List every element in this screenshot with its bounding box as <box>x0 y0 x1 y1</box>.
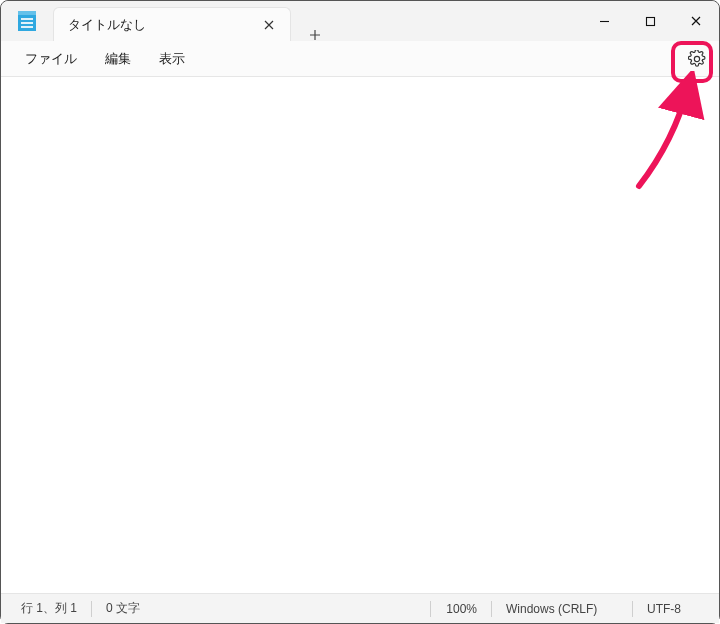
minimize-icon <box>599 16 610 27</box>
menu-edit[interactable]: 編集 <box>93 44 143 74</box>
window-controls <box>581 1 719 41</box>
text-editor[interactable] <box>1 77 719 593</box>
close-icon <box>690 15 702 27</box>
svg-rect-0 <box>646 17 654 25</box>
title-bar: タイトルなし <box>1 1 719 41</box>
plus-icon <box>309 29 321 41</box>
close-icon <box>264 20 274 30</box>
notepad-icon <box>18 11 36 31</box>
menu-view[interactable]: 表示 <box>147 44 197 74</box>
tab-title: タイトルなし <box>68 16 248 34</box>
maximize-icon <box>645 16 656 27</box>
app-icon-container <box>1 1 53 41</box>
tab-strip: タイトルなし <box>53 1 333 41</box>
maximize-button[interactable] <box>627 1 673 41</box>
app-window: タイトルなし ファイル 編集 表示 <box>0 0 720 624</box>
status-cursor-position: 行 1、列 1 <box>7 594 91 623</box>
status-zoom[interactable]: 100% <box>431 594 491 623</box>
settings-button[interactable] <box>681 43 713 75</box>
close-window-button[interactable] <box>673 1 719 41</box>
tab-active[interactable]: タイトルなし <box>53 7 291 41</box>
status-encoding: UTF-8 <box>633 594 713 623</box>
new-tab-button[interactable] <box>297 29 333 41</box>
status-char-count: 0 文字 <box>92 594 162 623</box>
menu-file[interactable]: ファイル <box>13 44 89 74</box>
tab-close-button[interactable] <box>256 12 282 38</box>
menu-bar: ファイル 編集 表示 <box>1 41 719 77</box>
status-line-ending: Windows (CRLF) <box>492 594 632 623</box>
gear-icon <box>688 50 706 68</box>
minimize-button[interactable] <box>581 1 627 41</box>
status-bar: 行 1、列 1 0 文字 100% Windows (CRLF) UTF-8 <box>1 593 719 623</box>
